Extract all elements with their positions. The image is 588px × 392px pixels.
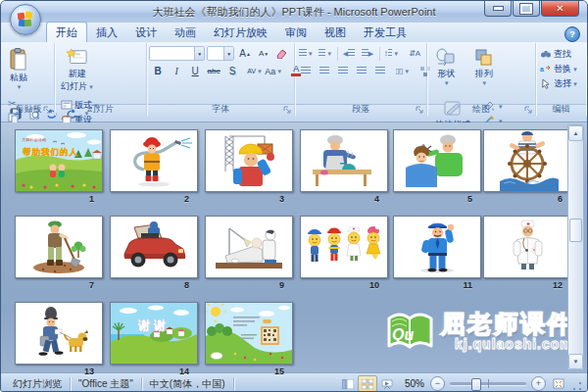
slide-number: 3	[205, 192, 291, 204]
slide-image-firefighter	[111, 130, 197, 191]
character-spacing-button[interactable]: AV▼	[246, 64, 264, 79]
slide-cell-13: 13	[15, 302, 101, 376]
slide-cell-10: 10	[300, 216, 386, 290]
numbering-button[interactable]: ▼	[317, 46, 334, 62]
slide-thumbnail-8[interactable]	[110, 216, 198, 278]
slide-sorter-icon	[362, 379, 373, 389]
shrink-font-button[interactable]: A▼	[255, 46, 272, 62]
group-font: ▼ ▼ A▲ A▼ B I U abe S AV▼ Aa▼	[147, 43, 295, 116]
scroll-down-button[interactable]: ▼	[568, 354, 583, 369]
slide-thumbnail-5[interactable]	[393, 129, 481, 192]
select-button[interactable]: 选择▼	[538, 76, 580, 91]
text-direction-button[interactable]: ⇵A	[406, 46, 423, 62]
fit-to-window-button[interactable]	[550, 375, 567, 392]
paste-clipboard-icon	[9, 48, 28, 72]
slide-sorter-view-button[interactable]	[358, 375, 377, 392]
slideshow-view-button[interactable]	[377, 375, 397, 392]
tab-view[interactable]: 视图	[316, 23, 355, 42]
slide-thumbnail-11[interactable]	[393, 216, 481, 278]
columns-button[interactable]: ▼	[394, 64, 412, 79]
increase-indent-button[interactable]: ▶	[359, 46, 376, 62]
font-dialog-launcher[interactable]	[283, 106, 292, 115]
slide-image-policeman	[394, 217, 480, 277]
slide-cell-7: 7	[15, 216, 101, 290]
close-button[interactable]: ✕	[541, 1, 579, 17]
slide-thumbnail-15[interactable]	[205, 302, 293, 365]
justify-button[interactable]	[353, 64, 370, 79]
group-editing: 查找 a 替换▼ 选择▼ 编辑	[536, 43, 586, 116]
zoom-in-button[interactable]: +	[531, 376, 546, 391]
slide-number: 9	[205, 278, 291, 290]
minimize-button[interactable]	[484, 1, 512, 17]
scrollbar-thumb[interactable]	[569, 219, 582, 242]
slide-image-title-meadow: 大班社会活动 帮助我们的人	[16, 130, 102, 191]
office-button[interactable]	[10, 4, 41, 35]
zoom-slider-track[interactable]	[450, 382, 526, 385]
slide-cell-15: 15	[205, 302, 291, 376]
tab-developer[interactable]: 开发工具	[355, 23, 416, 42]
status-language[interactable]: 中文(简体，中国)	[142, 377, 234, 391]
slide-thumbnail-13[interactable]	[15, 302, 103, 365]
slide-number: 14	[110, 365, 196, 376]
tab-review[interactable]: 审阅	[276, 23, 316, 42]
tab-design[interactable]: 设计	[126, 23, 166, 42]
restore-button[interactable]	[513, 1, 540, 17]
change-case-button[interactable]: Aa▼	[265, 64, 282, 79]
zoom-percentage[interactable]: 50%	[405, 378, 424, 389]
slide-thumbnail-10[interactable]	[300, 216, 388, 278]
replace-button[interactable]: a 替换▼	[538, 62, 580, 76]
grow-font-button[interactable]: A▲	[236, 46, 254, 62]
slide-image-barber	[394, 130, 480, 191]
zoom-out-button[interactable]: −	[430, 376, 445, 391]
slide-thumbnail-2[interactable]	[110, 129, 198, 192]
eraser-icon	[276, 48, 289, 59]
slide-thumbnail-4[interactable]	[300, 129, 388, 192]
decrease-indent-button[interactable]: ◀	[340, 46, 358, 62]
slide-image-dentist	[206, 217, 292, 277]
find-button[interactable]: 查找	[538, 47, 580, 62]
bullets-button[interactable]: ▼	[297, 46, 315, 62]
slide-thumbnail-3[interactable]	[205, 129, 293, 192]
zoom-slider-handle[interactable]	[471, 378, 481, 391]
line-spacing-button[interactable]: ↕▼	[382, 46, 401, 62]
italic-button[interactable]: I	[168, 64, 185, 79]
tab-insert[interactable]: 插入	[87, 23, 126, 42]
slide-cell-2: 2	[110, 129, 196, 204]
slide-thumbnail-7[interactable]	[15, 216, 103, 278]
strikethrough-button[interactable]: abe	[205, 64, 222, 79]
scroll-up-button[interactable]: ▲	[568, 125, 583, 141]
group-label: 绘图	[427, 103, 535, 116]
underline-button[interactable]: U	[186, 64, 204, 79]
tab-slideshow[interactable]: 幻灯片放映	[205, 23, 276, 42]
slide-thumbnail-9[interactable]	[205, 216, 293, 278]
tab-animations[interactable]: 动画	[166, 23, 205, 42]
font-size-combobox[interactable]: ▼	[207, 46, 234, 61]
distributed-button[interactable]	[371, 64, 389, 79]
drawing-dialog-launcher[interactable]	[524, 106, 533, 115]
align-left-button[interactable]	[297, 64, 315, 79]
slide-thumbnail-14[interactable]: 谢谢	[110, 302, 198, 365]
slide-thumbnail-6[interactable]	[483, 129, 571, 192]
slide-cell-4: 4	[300, 129, 386, 204]
resize-grip[interactable]	[571, 380, 583, 392]
arrange-button[interactable]: 排列▼	[467, 45, 501, 96]
slide-thumbnail-1[interactable]: 大班社会活动 帮助我们的人	[15, 129, 103, 192]
align-right-button[interactable]	[334, 64, 352, 79]
text-shadow-button[interactable]: S	[223, 64, 241, 79]
align-center-button[interactable]	[316, 64, 333, 79]
vertical-scrollbar[interactable]: ▲ ▼	[567, 124, 584, 370]
clipboard-dialog-launcher[interactable]	[43, 106, 52, 115]
tab-home[interactable]: 开始	[46, 22, 87, 42]
bold-button[interactable]: B	[149, 64, 167, 79]
shapes-button[interactable]: 形状▼	[429, 45, 463, 96]
paste-button[interactable]: 粘贴▼	[5, 45, 32, 96]
columns-icon	[396, 67, 403, 76]
status-view-mode: 幻灯片浏览	[5, 377, 71, 391]
normal-view-button[interactable]	[338, 375, 358, 392]
paragraph-dialog-launcher[interactable]	[416, 106, 424, 115]
slide-thumbnail-12[interactable]	[483, 216, 571, 278]
help-button[interactable]: ?	[564, 26, 580, 42]
clear-formatting-button[interactable]	[273, 46, 291, 62]
font-name-combobox[interactable]: ▼	[149, 46, 205, 61]
new-slide-button[interactable]: 新建 幻灯片▼	[57, 45, 98, 96]
